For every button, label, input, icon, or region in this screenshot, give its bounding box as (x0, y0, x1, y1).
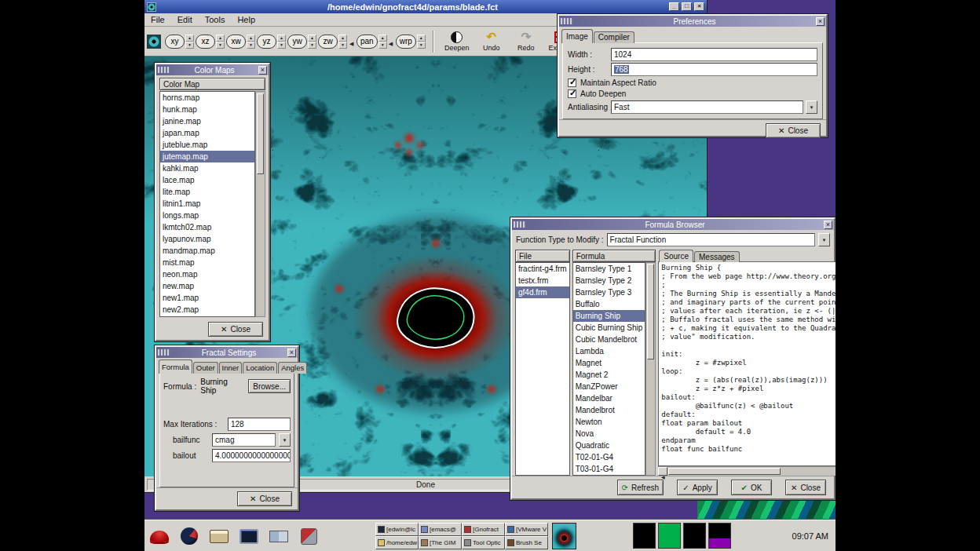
spin-up-icon[interactable] (216, 35, 225, 42)
task-button[interactable]: /home/edw (375, 536, 419, 549)
spin-up-icon[interactable] (277, 35, 286, 42)
formula-list-item[interactable]: Magnet (573, 357, 645, 369)
tab[interactable]: Outer (193, 362, 218, 374)
toolbar-action-button[interactable]: Redo (509, 27, 543, 56)
spin-up-icon[interactable] (338, 35, 347, 42)
close-button[interactable]: × (694, 2, 704, 11)
scrollbar-thumb[interactable] (647, 264, 654, 359)
main-window-titlebar[interactable]: /home/edwin/gnofract4d/params/blade.fct … (144, 0, 707, 13)
close-icon[interactable]: × (258, 66, 267, 75)
tab[interactable]: Angles (278, 362, 307, 374)
formula-list-item[interactable]: Magnet 2 (573, 369, 645, 381)
formula-list-item[interactable]: Newton (573, 416, 645, 428)
task-button[interactable]: [emacs@ (419, 523, 462, 536)
spin-up-icon[interactable] (308, 35, 316, 42)
scrollbar-thumb[interactable] (257, 93, 264, 174)
spin-up-icon[interactable] (378, 35, 387, 42)
close-button[interactable]: ✕ Close (208, 322, 263, 337)
minimize-button[interactable]: _ (669, 2, 679, 11)
colormap-list-item[interactable]: horns.map (160, 92, 254, 104)
maximize-button[interactable]: □ (682, 2, 692, 11)
formula-list-item[interactable]: Burning Ship (573, 310, 645, 322)
axis-button[interactable]: xw (226, 35, 246, 49)
formula-list-item[interactable]: Barnsley Type 3 (573, 286, 645, 298)
toolbar-action-button[interactable]: Undo (474, 27, 509, 56)
colormap-column-header[interactable]: Color Map (159, 78, 265, 90)
colormap-list-item[interactable]: janine.map (160, 115, 254, 127)
scrollbar-track[interactable] (667, 467, 836, 476)
function-type-select[interactable]: Fractal Function (607, 233, 815, 246)
formula-list-item[interactable]: Barnsley Type 1 (573, 263, 645, 275)
scrollbar-track[interactable] (646, 263, 655, 475)
file-list-item[interactable]: testx.frm (516, 275, 569, 286)
dropdown-arrow-icon[interactable]: ▼ (818, 233, 830, 246)
axis-button[interactable]: xz (196, 35, 215, 49)
formula-column-header[interactable]: Formula (572, 250, 656, 262)
width-input[interactable]: 1024 (611, 48, 817, 61)
colormap-list-item[interactable]: lyapunov.map (160, 233, 254, 245)
colormap-list-item[interactable]: mandmap.map (160, 245, 254, 257)
axis-button[interactable]: zw (318, 35, 338, 49)
panel-launcher[interactable] (178, 524, 200, 549)
bailfunc-select[interactable]: cmag (212, 433, 276, 447)
tab[interactable]: Messages (694, 251, 740, 262)
colormap-list-item[interactable]: neon.map (160, 268, 254, 280)
task-button[interactable]: Tool Optic (462, 536, 505, 549)
colormap-list-item[interactable]: litnin1.map (160, 198, 254, 210)
scrollbar-thumb[interactable] (668, 468, 781, 475)
spin-down-icon[interactable] (216, 42, 225, 49)
close-button[interactable]: ✕ Close (766, 123, 821, 138)
color-swatch[interactable] (658, 523, 681, 549)
formula-list-item[interactable]: Cubic Burning Ship (573, 322, 645, 334)
colormap-list-item[interactable]: lite.map (160, 186, 254, 198)
pan-button[interactable]: wrp (396, 35, 416, 49)
scrollbar-track[interactable] (256, 92, 265, 316)
spin-up-icon[interactable] (417, 35, 426, 42)
formula-list-item[interactable]: Cubic Mandelbrot (573, 334, 645, 345)
tab[interactable]: Image (561, 29, 593, 43)
dialog-button[interactable]: ⟳ Refresh (617, 480, 664, 495)
formula-list-item[interactable]: Barnsley Type 2 (573, 275, 645, 286)
spin-down-icon[interactable] (277, 42, 286, 49)
spin-up-icon[interactable] (247, 35, 255, 42)
colormap-list-item[interactable]: hunk.map (160, 104, 254, 115)
panel-launcher[interactable] (298, 524, 320, 549)
spin-down-icon[interactable] (378, 42, 387, 49)
auto-deepen-checkbox[interactable] (568, 89, 576, 98)
formula-list-item[interactable]: T02-01-G4 (573, 451, 645, 463)
colormap-list-item[interactable]: new1.map (160, 292, 254, 304)
formula-list-item[interactable]: Mandelbrot (573, 404, 645, 416)
panel-launcher[interactable] (238, 524, 260, 549)
dialog-button[interactable]: ✕ Close (785, 480, 826, 495)
close-icon[interactable]: × (816, 17, 825, 26)
axis-button[interactable]: xy (165, 35, 185, 49)
formula-browser-titlebar[interactable]: Formula Browser × (512, 219, 834, 230)
close-button[interactable]: ✕ Close (237, 491, 292, 506)
panel-launcher[interactable] (148, 524, 170, 549)
panel-launcher[interactable] (268, 524, 290, 549)
fractal-settings-titlebar[interactable]: Fractal Settings × (156, 347, 298, 358)
formula-list-item[interactable]: Quadratic (573, 440, 645, 451)
tab[interactable]: Compiler (594, 31, 634, 43)
spin-down-icon[interactable] (417, 42, 426, 49)
max-iterations-input[interactable]: 128 (228, 418, 291, 431)
formula-list-item[interactable]: ManZPower (573, 381, 645, 392)
tab[interactable]: Location (243, 362, 277, 374)
axis-button[interactable]: yw (287, 35, 307, 49)
colormap-list-item[interactable]: kahki.map (160, 162, 254, 174)
panel-launcher[interactable] (208, 524, 230, 549)
colormap-list-item[interactable]: jutemap.map (160, 151, 254, 162)
colormap-list-item[interactable]: lace.map (160, 174, 254, 186)
colormap-list-item[interactable]: japan.map (160, 127, 254, 139)
spin-down-icon[interactable] (338, 42, 347, 49)
spin-down-icon[interactable] (247, 42, 255, 49)
pan-button[interactable]: pan (357, 35, 378, 49)
tab[interactable]: Source (659, 250, 693, 262)
task-button[interactable]: [edwin@lc (375, 523, 419, 536)
colormap-list-item[interactable]: mist.map (160, 257, 254, 268)
toolbar-action-button[interactable]: Deepen (440, 27, 474, 56)
task-button[interactable]: [Gnofract (462, 523, 505, 536)
browse-button[interactable]: Browse... (248, 379, 291, 393)
formula-list-item[interactable]: Buffalo (573, 298, 645, 310)
task-button[interactable]: Brush Se (505, 536, 548, 549)
